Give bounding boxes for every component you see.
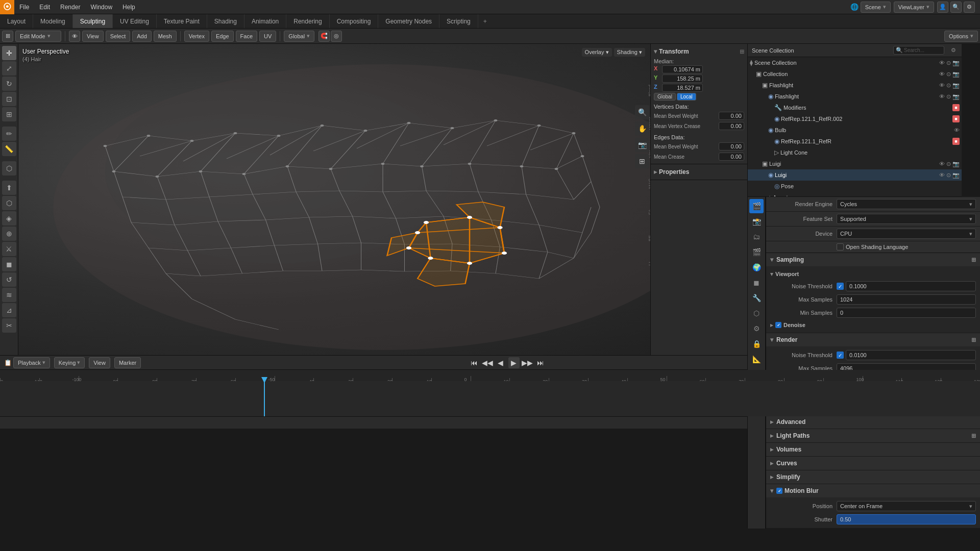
open-shading-checkbox[interactable] [837, 243, 844, 251]
prop-tab-particles[interactable]: ⬡ [749, 306, 764, 320]
tool-annotate[interactable]: ✏ [2, 127, 16, 141]
toolbar-add[interactable]: Add [132, 31, 152, 42]
prop-tab-scene[interactable]: 🎬 [749, 245, 764, 259]
min-samples-value[interactable]: 0 [837, 308, 976, 318]
prop-tab-constraints[interactable]: 🔒 [749, 337, 764, 351]
local-btn[interactable]: Local [677, 93, 696, 101]
outliner-item-armature[interactable]: ♦ Armature [748, 192, 962, 197]
tool-knife[interactable]: ⚔ [2, 242, 16, 256]
viewport-shading-btn[interactable]: Shading ▾ [614, 48, 645, 57]
render-icon-3[interactable]: 📷 [952, 93, 960, 100]
tab-rendering[interactable]: Rendering [286, 14, 329, 28]
tab-scripting[interactable]: Scripting [439, 14, 478, 28]
proportional-edit-icon[interactable]: ◎ [331, 31, 342, 42]
tab-animation[interactable]: Animation [244, 14, 286, 28]
grid-icon[interactable]: ⊞ [635, 154, 649, 168]
tool-spin[interactable]: ↺ [2, 272, 16, 287]
menu-edit[interactable]: Edit [34, 0, 55, 14]
outliner-item-pose[interactable]: ◎ Pose [748, 181, 962, 192]
render-noise-threshold-value[interactable]: 0.0100 [846, 350, 976, 360]
toolbar-select[interactable]: Select [106, 31, 131, 42]
top-filter-icon[interactable]: ⚙ [964, 2, 975, 13]
jump-start-btn[interactable]: ⏮ [469, 357, 480, 368]
light-paths-header[interactable]: ▸ Light Paths ⊞ [766, 429, 980, 442]
menu-file[interactable]: File [14, 0, 34, 14]
tool-loop-cut[interactable]: ⊕ [2, 227, 16, 241]
outliner-item-flashlight-group[interactable]: ▣ Flashlight 👁 ⊙ 📷 [748, 80, 962, 91]
prop-tab-render[interactable]: 🎬 [749, 199, 764, 213]
tab-uv-editing[interactable]: UV Editing [113, 14, 157, 28]
mean-vertex-crease-value[interactable]: 0.00 [719, 122, 744, 130]
outliner-filter-icon[interactable]: ⚙ [949, 46, 958, 55]
z-value[interactable]: 18.527 m [662, 84, 703, 92]
tab-modeling[interactable]: Modeling [33, 14, 73, 28]
tab-texture-paint[interactable]: Texture Paint [157, 14, 207, 28]
toolbar-uv[interactable]: UV [259, 31, 276, 42]
sel-icon-10[interactable]: ⊙ [946, 172, 951, 179]
menu-window[interactable]: Window [85, 0, 117, 14]
scene-selector[interactable]: Scene ▾ [861, 2, 891, 13]
render-icon-0[interactable]: 📷 [952, 60, 960, 66]
tool-cursor[interactable]: ✛ [2, 46, 16, 60]
outliner-item-luigi-group[interactable]: ▣ Luigi 👁 ⊙ 📷 [748, 158, 962, 169]
outliner-item-scene-collection[interactable]: ⧫ Scene Collection 👁 ⊙ 📷 [748, 57, 962, 68]
vis-icon-9[interactable]: 👁 [939, 161, 945, 167]
mean-bevel-weight-value[interactable]: 0.00 [719, 112, 744, 120]
render-icon-2[interactable]: 📷 [952, 82, 960, 89]
simplify-header[interactable]: ▸ Simplify [766, 470, 980, 484]
motion-blur-header[interactable]: ▾ ✓ Motion Blur [766, 484, 980, 497]
hand-icon[interactable]: ✋ [635, 121, 649, 136]
tool-inset[interactable]: ⬡ [2, 196, 16, 210]
toolbar-mesh[interactable]: Mesh [154, 31, 177, 42]
tool-move[interactable]: ⤢ [2, 61, 16, 76]
prop-tab-modifiers[interactable]: 🔧 [749, 291, 764, 305]
outliner-item-collection[interactable]: ▣ Collection 👁 ⊙ 📷 [748, 68, 962, 80]
tool-scale[interactable]: ⊡ [2, 92, 16, 106]
tool-add-cube[interactable]: ⬡ [2, 161, 16, 176]
x-value[interactable]: 0.10674 m [662, 65, 703, 73]
viewport-overlay-btn[interactable]: Overlay ▾ [582, 48, 612, 57]
toolbar-mode-icon[interactable]: ⊞ [2, 31, 13, 42]
sel-icon-2[interactable]: ⊙ [946, 82, 951, 89]
feature-set-value[interactable]: Supported ▾ [837, 214, 976, 224]
tab-shading[interactable]: Shading [207, 14, 244, 28]
top-user-icon[interactable]: 👤 [937, 2, 948, 13]
render-icon-1[interactable]: 📷 [952, 71, 960, 78]
vis-icon-3[interactable]: 👁 [939, 93, 945, 99]
tool-poly-build[interactable]: ◼ [2, 257, 16, 271]
sel-icon-1[interactable]: ⊙ [946, 71, 951, 78]
outliner-item-flashlight-obj[interactable]: ◉ Flashlight 👁 ⊙ 📷 [748, 91, 962, 102]
view-btn[interactable]: View [89, 357, 110, 368]
global-btn[interactable]: Global [654, 93, 676, 101]
vis-icon-10[interactable]: 👁 [939, 172, 945, 178]
outliner-item-modifiers[interactable]: 🔧 Modifiers ■ [748, 102, 962, 113]
sel-icon-9[interactable]: ⊙ [946, 161, 951, 167]
motion-blur-check[interactable]: ✓ [776, 488, 782, 494]
playback-btn[interactable]: Playback ▾ [13, 357, 50, 368]
tab-geometry-nodes[interactable]: Geometry Nodes [378, 14, 439, 28]
toolbar-transform[interactable]: Global ▾ [284, 31, 314, 42]
edges-mean-bevel-value[interactable]: 0.00 [719, 142, 744, 151]
viewport-sub-header[interactable]: ▾ Viewport [770, 268, 976, 280]
denoise1-check[interactable]: ✓ [775, 322, 781, 328]
timeline-content[interactable]: -120-110-100-90-80-70-60-50-40-30-20-100… [0, 370, 980, 416]
mode-selector[interactable]: Edit Mode ▾ [15, 31, 61, 42]
step-back-btn[interactable]: ◀◀ [482, 357, 493, 368]
toolbar-view-icon[interactable]: 👁 [69, 31, 80, 42]
tab-compositing[interactable]: Compositing [330, 14, 379, 28]
jump-end-btn[interactable]: ⏭ [535, 357, 546, 368]
sampling-header[interactable]: ▾ Sampling ⊞ [766, 253, 980, 266]
mean-crease-value[interactable]: 0.00 [719, 153, 744, 161]
prop-tab-output[interactable]: 📸 [749, 214, 764, 229]
prop-tab-view-layer[interactable]: 🗂 [749, 230, 764, 244]
max-samples-value[interactable]: 1024 [837, 294, 976, 305]
timeline-track[interactable] [0, 381, 980, 416]
camera-icon[interactable]: 📷 [635, 138, 649, 152]
outliner-item-refrep-002[interactable]: ◉ RefRep.121.1_RefR.002 ■ [748, 113, 962, 124]
advanced-header[interactable]: ▸ Advanced [766, 415, 980, 429]
tool-extrude[interactable]: ⬆ [2, 181, 16, 195]
tool-bevel[interactable]: ◈ [2, 211, 16, 226]
render-section-header[interactable]: ▾ Render ⊞ [766, 333, 980, 346]
menu-render[interactable]: Render [55, 0, 85, 14]
tab-layout[interactable]: Layout [0, 14, 33, 28]
